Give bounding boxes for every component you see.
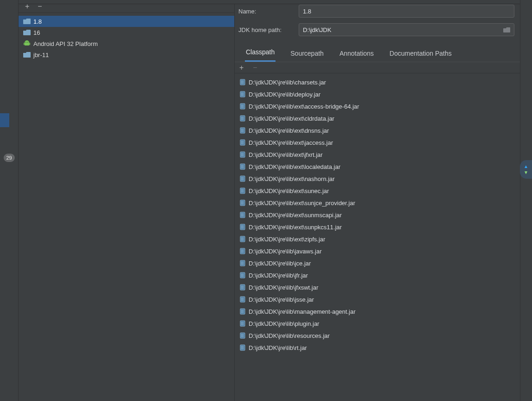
classpath-item[interactable]: D:\jdk\JDK\jre\lib\ext\localedata.jar bbox=[235, 161, 520, 173]
svg-rect-111 bbox=[241, 334, 242, 337]
classpath-item[interactable]: D:\jdk\JDK\jre\lib\ext\sunec.jar bbox=[235, 185, 520, 197]
svg-rect-97 bbox=[242, 298, 243, 301]
svg-rect-62 bbox=[242, 213, 243, 217]
name-label: Name: bbox=[238, 8, 295, 15]
svg-rect-66 bbox=[241, 225, 242, 229]
classpath-item-path: D:\jdk\JDK\jre\lib\management-agent.jar bbox=[249, 308, 356, 315]
svg-rect-72 bbox=[242, 237, 243, 241]
svg-rect-73 bbox=[243, 237, 244, 241]
jar-archive-icon bbox=[239, 151, 246, 158]
remove-classpath-button[interactable]: − bbox=[253, 64, 257, 72]
nav-arrows-widget[interactable]: ▲ ▼ bbox=[520, 160, 532, 179]
svg-rect-107 bbox=[242, 322, 243, 325]
tab-sourcepath[interactable]: Sourcepath bbox=[289, 50, 325, 62]
classpath-item[interactable]: D:\jdk\JDK\jre\lib\rt.jar bbox=[235, 342, 520, 354]
name-input[interactable] bbox=[299, 5, 514, 18]
android-icon bbox=[23, 40, 31, 47]
sdk-tree-item-label: jbr-11 bbox=[33, 52, 49, 58]
sdk-tree-item[interactable]: 1.8 bbox=[19, 16, 234, 27]
classpath-item[interactable]: D:\jdk\JDK\jre\lib\plugin.jar bbox=[235, 317, 520, 330]
svg-rect-7 bbox=[242, 80, 243, 84]
classpath-item-path: D:\jdk\JDK\jre\lib\resources.jar bbox=[249, 332, 330, 339]
classpath-item[interactable]: D:\jdk\JDK\jre\lib\ext\sunpkcs11.jar bbox=[235, 221, 520, 233]
classpath-item[interactable]: D:\jdk\JDK\jre\lib\jfr.jar bbox=[235, 269, 520, 281]
classpath-item[interactable]: D:\jdk\JDK\jre\lib\jfxswt.jar bbox=[235, 281, 520, 293]
classpath-list[interactable]: D:\jdk\JDK\jre\lib\charsets.jarD:\jdk\JD… bbox=[235, 73, 520, 354]
classpath-item[interactable]: D:\jdk\JDK\jre\lib\jce.jar bbox=[235, 257, 520, 269]
classpath-item-path: D:\jdk\JDK\jre\lib\jfxswt.jar bbox=[249, 284, 318, 291]
svg-rect-26 bbox=[241, 129, 242, 132]
svg-rect-12 bbox=[242, 92, 243, 96]
classpath-item[interactable]: D:\jdk\JDK\jre\lib\ext\sunjce_provider.j… bbox=[235, 197, 520, 209]
jdk-home-input[interactable] bbox=[299, 23, 514, 36]
jar-archive-icon bbox=[239, 248, 246, 254]
sdk-tree-item[interactable]: jbr-11 bbox=[19, 49, 234, 60]
svg-rect-117 bbox=[242, 346, 243, 349]
classpath-item[interactable]: D:\jdk\JDK\jre\lib\ext\jaccess.jar bbox=[235, 136, 520, 149]
sdk-detail-pane: Name: JDK home path: ClasspathSourcepath… bbox=[235, 0, 520, 401]
jar-archive-icon bbox=[239, 127, 246, 134]
classpath-item-path: D:\jdk\JDK\jre\lib\ext\jfxrt.jar bbox=[249, 151, 323, 158]
tab-annotations[interactable]: Annotations bbox=[339, 50, 375, 62]
gutter-count-badge: 29 bbox=[3, 154, 14, 162]
classpath-item[interactable]: D:\jdk\JDK\jre\lib\resources.jar bbox=[235, 330, 520, 342]
classpath-item[interactable]: D:\jdk\JDK\jre\lib\ext\cldrdata.jar bbox=[235, 112, 520, 124]
svg-rect-58 bbox=[243, 201, 244, 205]
svg-rect-11 bbox=[241, 92, 242, 96]
tab-classpath[interactable]: Classpath bbox=[245, 48, 276, 62]
jar-archive-icon bbox=[239, 272, 246, 278]
jar-archive-icon bbox=[239, 115, 246, 122]
jar-archive-icon bbox=[239, 200, 246, 206]
svg-rect-92 bbox=[242, 285, 243, 289]
sdk-tree-item[interactable]: 16 bbox=[19, 27, 234, 38]
classpath-item-path: D:\jdk\JDK\jre\lib\ext\localedata.jar bbox=[249, 163, 340, 170]
svg-rect-48 bbox=[243, 177, 244, 181]
classpath-item[interactable]: D:\jdk\JDK\jre\lib\ext\nashorn.jar bbox=[235, 173, 520, 185]
jdk-home-label: JDK home path: bbox=[238, 26, 295, 33]
svg-rect-118 bbox=[243, 346, 244, 349]
svg-rect-57 bbox=[242, 201, 243, 205]
left-gutter: 29 bbox=[0, 0, 19, 401]
classpath-item[interactable]: D:\jdk\JDK\jre\lib\jsse.jar bbox=[235, 293, 520, 305]
svg-rect-16 bbox=[241, 104, 242, 108]
svg-rect-63 bbox=[243, 213, 244, 217]
folder-icon bbox=[23, 51, 31, 58]
tab-documentation-paths[interactable]: Documentation Paths bbox=[389, 50, 453, 62]
jar-archive-icon bbox=[239, 308, 246, 315]
classpath-item[interactable]: D:\jdk\JDK\jre\lib\ext\access-bridge-64.… bbox=[235, 100, 520, 112]
classpath-item-path: D:\jdk\JDK\jre\lib\ext\cldrdata.jar bbox=[249, 115, 334, 122]
classpath-item-path: D:\jdk\JDK\jre\lib\ext\sunpkcs11.jar bbox=[249, 224, 342, 231]
jar-archive-icon bbox=[239, 332, 246, 339]
jar-archive-icon bbox=[239, 163, 246, 170]
svg-rect-71 bbox=[241, 237, 242, 241]
svg-rect-68 bbox=[243, 225, 244, 229]
jar-archive-icon bbox=[239, 139, 246, 146]
classpath-item[interactable]: D:\jdk\JDK\jre\lib\ext\dnsns.jar bbox=[235, 124, 520, 136]
classpath-item-path: D:\jdk\JDK\jre\lib\ext\sunjce_provider.j… bbox=[249, 200, 355, 207]
svg-point-2 bbox=[26, 42, 26, 43]
classpath-item-path: D:\jdk\JDK\jre\lib\ext\sunec.jar bbox=[249, 188, 329, 194]
sdk-tree-item[interactable]: Android API 32 Platform bbox=[19, 38, 234, 49]
sdk-tree[interactable]: 1.816Android API 32 Platformjbr-11 bbox=[19, 13, 234, 60]
svg-rect-56 bbox=[241, 201, 242, 205]
classpath-item[interactable]: D:\jdk\JDK\jre\lib\ext\jfxrt.jar bbox=[235, 149, 520, 161]
name-row: Name: bbox=[235, 2, 520, 20]
classpath-item[interactable]: D:\jdk\JDK\jre\lib\ext\sunmscapi.jar bbox=[235, 209, 520, 221]
classpath-item[interactable]: D:\jdk\JDK\jre\lib\management-agent.jar bbox=[235, 305, 520, 317]
jar-archive-icon bbox=[239, 79, 246, 85]
classpath-item-path: D:\jdk\JDK\jre\lib\plugin.jar bbox=[249, 320, 319, 327]
svg-rect-113 bbox=[243, 334, 244, 337]
classpath-item[interactable]: D:\jdk\JDK\jre\lib\ext\zipfs.jar bbox=[235, 233, 520, 245]
svg-rect-37 bbox=[242, 153, 243, 156]
classpath-item[interactable]: D:\jdk\JDK\jre\lib\deploy.jar bbox=[235, 88, 520, 100]
sdk-tree-item-label: Android API 32 Platform bbox=[33, 40, 98, 47]
add-classpath-button[interactable]: + bbox=[239, 64, 244, 72]
svg-rect-93 bbox=[243, 285, 244, 289]
classpath-item[interactable]: D:\jdk\JDK\jre\lib\charsets.jar bbox=[235, 76, 520, 88]
svg-rect-98 bbox=[243, 298, 244, 301]
svg-rect-27 bbox=[242, 129, 243, 132]
jar-archive-icon bbox=[239, 296, 246, 303]
jar-archive-icon bbox=[239, 103, 246, 110]
classpath-item[interactable]: D:\jdk\JDK\jre\lib\javaws.jar bbox=[235, 245, 520, 257]
classpath-item-path: D:\jdk\JDK\jre\lib\ext\access-bridge-64.… bbox=[249, 103, 359, 110]
